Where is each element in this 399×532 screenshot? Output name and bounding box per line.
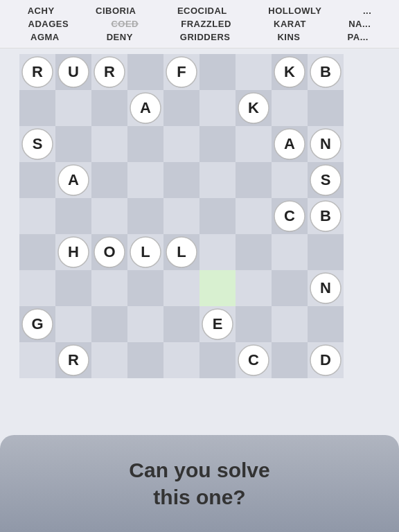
word-item: ACHY	[25, 6, 57, 16]
word-row: ADAGESCOEDFRAZZLEDKARATNA...	[0, 17, 399, 30]
word-item: AGMA	[28, 32, 62, 42]
word-item: DENY	[104, 32, 136, 42]
word-item: KARAT	[271, 19, 309, 29]
word-item: PA...	[345, 32, 371, 42]
word-list-header: ACHYCIBORIAECOCIDALHOLLOWLY...ADAGESCOED…	[0, 0, 399, 48]
bottom-banner: Can you solve this one?	[0, 435, 399, 532]
word-item: ADAGES	[26, 19, 72, 29]
game-board[interactable]	[0, 48, 399, 395]
word-row: ACHYCIBORIAECOCIDALHOLLOWLY...	[0, 4, 399, 17]
word-item: ...	[360, 6, 374, 16]
word-row: AGMADENYGRIDDERSKINSPA...	[0, 30, 399, 44]
prompt-line1: Can you solve	[129, 459, 269, 481]
word-item: CIBORIA	[93, 6, 139, 16]
word-item: KINS	[274, 32, 303, 42]
word-item: FRAZZLED	[178, 19, 234, 29]
word-item: GRIDDERS	[177, 32, 233, 42]
prompt-line2: this one?	[153, 486, 245, 508]
word-item: HOLLOWLY	[265, 6, 324, 16]
prompt-text: Can you solve this one?	[129, 456, 269, 511]
word-item: NA...	[346, 19, 373, 29]
word-item: ECOCIDAL	[175, 6, 230, 16]
word-item: COED	[108, 19, 141, 29]
